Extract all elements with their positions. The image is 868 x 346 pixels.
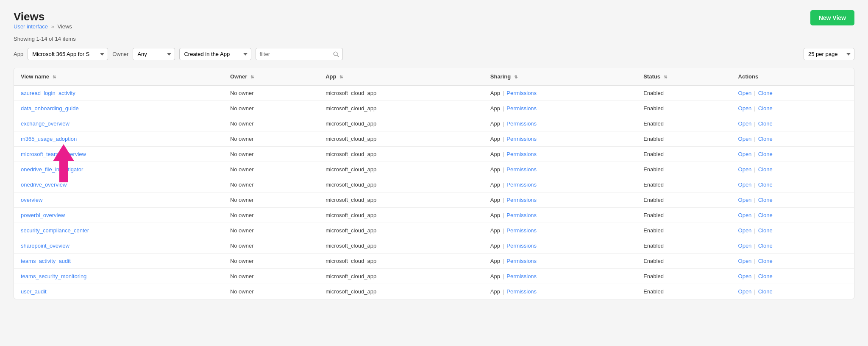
cell-actions: Open|Clone — [732, 254, 854, 269]
cell-owner: No owner — [223, 147, 319, 162]
new-view-button[interactable]: New View — [810, 10, 854, 25]
cell-sharing: App|Permissions — [484, 208, 637, 223]
created-filter-select[interactable]: Created in the App — [179, 48, 251, 60]
cell-owner: No owner — [223, 177, 319, 193]
search-input[interactable] — [259, 48, 331, 60]
col-sharing[interactable]: Sharing ⇅ — [484, 68, 637, 85]
view-name-link[interactable]: data_onboarding_guide — [21, 105, 79, 112]
table-row: exchange_overviewNo ownermicrosoft_cloud… — [14, 116, 854, 131]
open-action-link[interactable]: Open — [738, 105, 752, 112]
view-name-link[interactable]: exchange_overview — [21, 120, 70, 127]
open-action-link[interactable]: Open — [738, 243, 752, 249]
view-name-link[interactable]: onedrive_overview — [21, 181, 67, 188]
permissions-link[interactable]: Permissions — [506, 151, 537, 157]
clone-action-link[interactable]: Clone — [758, 288, 773, 295]
permissions-link[interactable]: Permissions — [506, 90, 537, 96]
col-app[interactable]: App ⇅ — [319, 68, 484, 85]
view-name-link[interactable]: microsoft_teams_overview — [21, 151, 86, 157]
permissions-link[interactable]: Permissions — [506, 166, 537, 173]
action-separator: | — [754, 181, 755, 188]
view-name-link[interactable]: onedrive_file_investigator — [21, 166, 83, 173]
col-view-name[interactable]: View name ⇅ — [14, 68, 223, 85]
permissions-link[interactable]: Permissions — [506, 258, 537, 264]
view-name-link[interactable]: security_compliance_center — [21, 227, 89, 234]
breadcrumb: User interface » Views — [14, 23, 72, 30]
action-separator: | — [754, 120, 755, 127]
clone-action-link[interactable]: Clone — [758, 181, 773, 188]
cell-sharing: App|Permissions — [484, 284, 637, 299]
open-action-link[interactable]: Open — [738, 151, 752, 157]
clone-action-link[interactable]: Clone — [758, 105, 773, 112]
view-name-link[interactable]: powerbi_overview — [21, 212, 65, 218]
open-action-link[interactable]: Open — [738, 120, 752, 127]
sharing-separator: | — [503, 166, 504, 173]
per-page-select[interactable]: 25 per page — [804, 48, 854, 60]
open-action-link[interactable]: Open — [738, 90, 752, 96]
open-action-link[interactable]: Open — [738, 227, 752, 234]
view-name-link[interactable]: m365_usage_adoption — [21, 136, 77, 142]
app-filter-select[interactable]: Microsoft 365 App for S — [28, 48, 108, 60]
cell-sharing: App|Permissions — [484, 269, 637, 284]
open-action-link[interactable]: Open — [738, 181, 752, 188]
view-name-link[interactable]: user_audit — [21, 288, 47, 295]
open-action-link[interactable]: Open — [738, 197, 752, 203]
open-action-link[interactable]: Open — [738, 212, 752, 218]
clone-action-link[interactable]: Clone — [758, 151, 773, 157]
view-name-link[interactable]: overview — [21, 197, 42, 203]
cell-app: microsoft_cloud_app — [319, 147, 484, 162]
cell-app: microsoft_cloud_app — [319, 269, 484, 284]
views-table-container: View name ⇅ Owner ⇅ App ⇅ Sharing ⇅ — [14, 68, 854, 299]
permissions-link[interactable]: Permissions — [506, 243, 537, 249]
cell-app: microsoft_cloud_app — [319, 284, 484, 299]
breadcrumb-parent-link[interactable]: User interface — [14, 23, 48, 30]
col-owner[interactable]: Owner ⇅ — [223, 68, 319, 85]
permissions-link[interactable]: Permissions — [506, 212, 537, 218]
cell-owner: No owner — [223, 269, 319, 284]
showing-count: Showing 1-14 of 14 items — [14, 36, 854, 42]
clone-action-link[interactable]: Clone — [758, 90, 773, 96]
open-action-link[interactable]: Open — [738, 258, 752, 264]
permissions-link[interactable]: Permissions — [506, 197, 537, 203]
clone-action-link[interactable]: Clone — [758, 273, 773, 279]
sharing-app-text: App — [490, 273, 500, 279]
sharing-separator: | — [503, 227, 504, 234]
view-name-link[interactable]: teams_activity_audit — [21, 258, 71, 264]
clone-action-link[interactable]: Clone — [758, 227, 773, 234]
open-action-link[interactable]: Open — [738, 273, 752, 279]
owner-filter-select[interactable]: Any — [133, 48, 175, 60]
cell-app: microsoft_cloud_app — [319, 131, 484, 147]
clone-action-link[interactable]: Clone — [758, 166, 773, 173]
clone-action-link[interactable]: Clone — [758, 120, 773, 127]
action-separator: | — [754, 90, 755, 96]
permissions-link[interactable]: Permissions — [506, 105, 537, 112]
clone-action-link[interactable]: Clone — [758, 136, 773, 142]
clone-action-link[interactable]: Clone — [758, 197, 773, 203]
sharing-separator: | — [503, 136, 504, 142]
sharing-separator: | — [503, 105, 504, 112]
permissions-link[interactable]: Permissions — [506, 181, 537, 188]
cell-status: Enabled — [637, 147, 731, 162]
sharing-app-text: App — [490, 120, 500, 127]
cell-status: Enabled — [637, 101, 731, 116]
permissions-link[interactable]: Permissions — [506, 288, 537, 295]
cell-actions: Open|Clone — [732, 238, 854, 254]
open-action-link[interactable]: Open — [738, 166, 752, 173]
permissions-link[interactable]: Permissions — [506, 120, 537, 127]
permissions-link[interactable]: Permissions — [506, 227, 537, 234]
col-status[interactable]: Status ⇅ — [637, 68, 731, 85]
clone-action-link[interactable]: Clone — [758, 258, 773, 264]
open-action-link[interactable]: Open — [738, 288, 752, 295]
view-name-link[interactable]: azuread_login_activity — [21, 90, 75, 96]
view-name-link[interactable]: sharepoint_oveview — [21, 243, 70, 249]
action-separator: | — [754, 136, 755, 142]
clone-action-link[interactable]: Clone — [758, 243, 773, 249]
sharing-app-text: App — [490, 227, 500, 234]
permissions-link[interactable]: Permissions — [506, 136, 537, 142]
permissions-link[interactable]: Permissions — [506, 273, 537, 279]
open-action-link[interactable]: Open — [738, 136, 752, 142]
cell-status: Enabled — [637, 131, 731, 147]
view-name-link[interactable]: teams_security_monitoring — [21, 273, 86, 279]
cell-actions: Open|Clone — [732, 284, 854, 299]
clone-action-link[interactable]: Clone — [758, 212, 773, 218]
table-row: microsoft_teams_overviewNo ownermicrosof… — [14, 147, 854, 162]
